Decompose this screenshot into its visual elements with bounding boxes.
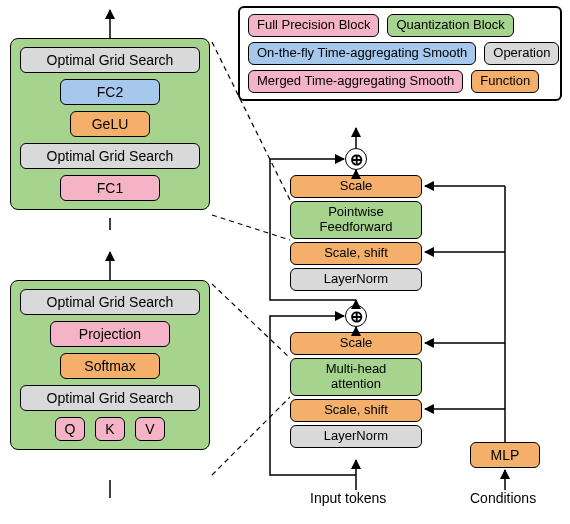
add-op-upper: ⊕ (345, 148, 367, 170)
scale-block: Scale (290, 332, 422, 355)
softmax-block: Softmax (60, 353, 160, 379)
fc2-block: FC2 (60, 79, 160, 105)
svg-line-5 (212, 215, 290, 240)
add-op-lower: ⊕ (345, 305, 367, 327)
legend-box: Full Precision Block Quantization Block … (238, 6, 562, 101)
gelu-block: GeLU (70, 111, 150, 137)
mlp-block: MLP (470, 442, 540, 468)
legend-function: Function (471, 70, 539, 93)
ogs-block: Optimal Grid Search (20, 385, 200, 411)
svg-line-6 (212, 284, 290, 358)
scale-shift-block: Scale, shift (290, 242, 422, 265)
q-block: Q (55, 417, 85, 441)
fc1-block: FC1 (60, 175, 160, 201)
layernorm-block: LayerNorm (290, 425, 422, 448)
projection-block: Projection (50, 321, 170, 347)
k-block: K (95, 417, 125, 441)
legend-row-3: Merged Time-aggregating Smooth Function (248, 70, 552, 93)
scale-shift-block: Scale, shift (290, 399, 422, 422)
legend-operation: Operation (484, 42, 559, 65)
upper-block-stack: Scale Pointwise Feedforward Scale, shift… (290, 175, 422, 291)
input-tokens-label: Input tokens (310, 490, 386, 506)
legend-row-2: On-the-fly Time-aggregating Smooth Opera… (248, 42, 552, 65)
feedforward-detail-panel: Optimal Grid Search FC2 GeLU Optimal Gri… (10, 38, 210, 210)
attention-detail-panel: Optimal Grid Search Projection Softmax O… (10, 280, 210, 450)
mha-block: Multi-head attention (290, 358, 422, 396)
legend-full-precision: Full Precision Block (248, 14, 379, 37)
conditions-label: Conditions (470, 490, 536, 506)
svg-line-7 (212, 397, 290, 475)
lower-block-stack: Scale Multi-head attention Scale, shift … (290, 332, 422, 448)
layernorm-block: LayerNorm (290, 268, 422, 291)
legend-row-1: Full Precision Block Quantization Block (248, 14, 552, 37)
ogs-block: Optimal Grid Search (20, 143, 200, 169)
ogs-block: Optimal Grid Search (20, 47, 200, 73)
pointwise-ff-block: Pointwise Feedforward (290, 201, 422, 239)
v-block: V (135, 417, 165, 441)
ogs-block: Optimal Grid Search (20, 289, 200, 315)
legend-merged-smooth: Merged Time-aggregating Smooth (248, 70, 463, 93)
scale-block: Scale (290, 175, 422, 198)
legend-onfly-smooth: On-the-fly Time-aggregating Smooth (248, 42, 476, 65)
qkv-row: Q K V (55, 417, 165, 441)
legend-quantization: Quantization Block (387, 14, 513, 37)
